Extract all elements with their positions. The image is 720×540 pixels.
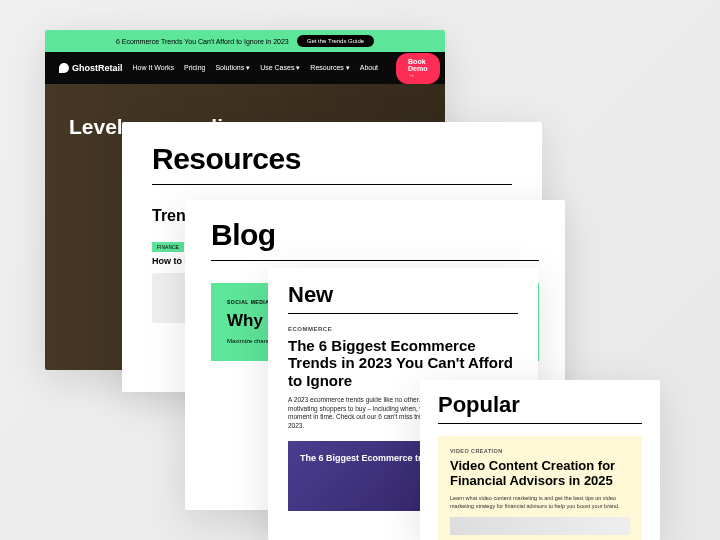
section-heading: Popular (438, 392, 642, 418)
category-tag: ECOMMERCE (288, 326, 518, 332)
divider (288, 313, 518, 314)
main-nav: GhostRetail How It Works Pricing Solutio… (45, 52, 445, 84)
category-tag: VIDEO CREATION (450, 448, 630, 454)
nav-link[interactable]: Use Cases ▾ (260, 64, 300, 72)
book-demo-button[interactable]: Book Demo → (396, 53, 439, 84)
page-title: Resources (152, 142, 512, 176)
category-tag: FINANCE (152, 242, 184, 252)
nav-link[interactable]: How It Works (133, 64, 175, 72)
article-thumbnail (450, 517, 630, 535)
popular-card: Popular VIDEO CREATION Video Content Cre… (420, 380, 660, 540)
page-title: Blog (211, 218, 539, 252)
nav-link[interactable]: Solutions ▾ (215, 64, 250, 72)
divider (152, 184, 512, 185)
announcement-cta[interactable]: Get the Trends Guide (297, 35, 374, 47)
divider (211, 260, 539, 261)
section-heading: New (288, 282, 518, 308)
logo[interactable]: GhostRetail (59, 63, 123, 73)
nav-link[interactable]: About (360, 64, 378, 72)
nav-links: How It Works Pricing Solutions ▾ Use Cas… (133, 64, 379, 72)
nav-link[interactable]: Resources ▾ (310, 64, 349, 72)
featured-block[interactable]: VIDEO CREATION Video Content Creation fo… (438, 436, 642, 540)
divider (438, 423, 642, 424)
announcement-bar: 6 Ecommerce Trends You Can't Afford to I… (45, 30, 445, 52)
article-desc: Learn what video content marketing is an… (450, 495, 630, 510)
nav-link[interactable]: Pricing (184, 64, 205, 72)
article-title: Video Content Creation for Financial Adv… (450, 459, 630, 489)
announcement-text: 6 Ecommerce Trends You Can't Afford to I… (116, 38, 289, 45)
